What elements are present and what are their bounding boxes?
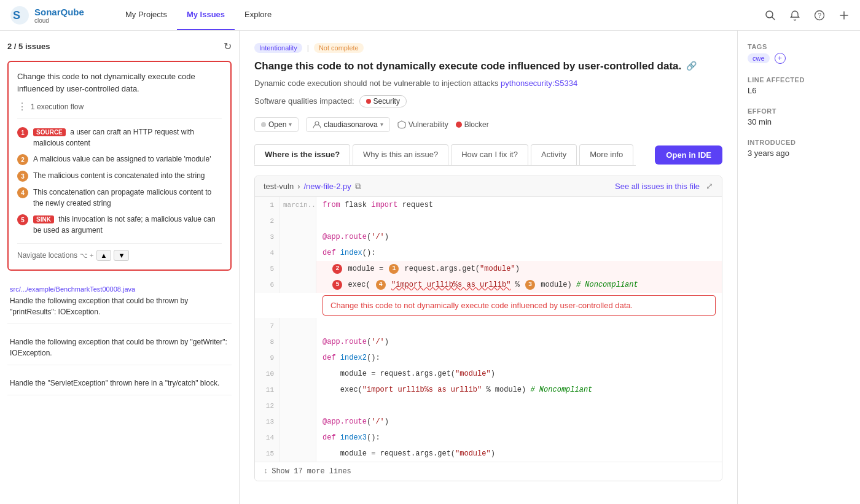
code-line-8: 8 @app.route('/') [255, 334, 722, 350]
code-line-9: 9 def index2(): [255, 350, 722, 366]
step-num-2: 2 [17, 154, 28, 165]
nav-down-btn[interactable]: ▼ [114, 250, 129, 261]
vulnerability-icon [397, 120, 406, 129]
line-author-2 [280, 213, 316, 229]
code-line-4: 4 def index(): [255, 245, 722, 261]
issue-description: Dynamic code execution should not be vul… [254, 79, 722, 88]
security-badge[interactable]: Security [359, 95, 407, 107]
expand-icon[interactable]: ⤢ [706, 181, 713, 191]
nav-my-projects[interactable]: My Projects [115, 0, 177, 30]
tags-section: Tags cwe + [748, 43, 850, 64]
tag-intentionality: Intentionality [254, 43, 302, 53]
step-num-4: 4 [17, 187, 28, 198]
line-code-10: module = request.args.get("module") [316, 366, 722, 382]
tag-separator: | [307, 44, 309, 52]
issue-main-title: Change this code to not dynamically exec… [254, 59, 722, 74]
line-code-9: def index2(): [316, 350, 722, 366]
help-icon[interactable]: ? [813, 9, 826, 21]
svg-text:S: S [13, 9, 20, 21]
open-ide-button[interactable]: Open in IDE [655, 145, 722, 165]
line-num-15: 15 [255, 446, 280, 462]
line-author-4 [280, 245, 316, 261]
logo-sub: cloud [34, 17, 84, 24]
link-icon[interactable]: 🔗 [686, 60, 697, 72]
svg-line-3 [772, 17, 775, 20]
nav-explore[interactable]: Explore [235, 0, 281, 30]
line-author-14 [280, 430, 316, 446]
nav-up-btn[interactable]: ▲ [96, 250, 112, 261]
issue-text-3: Handle the "ServletException" thrown her… [10, 378, 229, 389]
cwe-tag: cwe [748, 53, 770, 63]
code-line-6: 6 5 exec( 4 "import urllib%s as urllib" … [255, 277, 722, 293]
tab-where-is-issue[interactable]: Where is the issue? [254, 144, 350, 165]
step-text-2: A malicious value can be assigned to var… [33, 153, 211, 165]
file-name[interactable]: /new-file-2.py [303, 182, 351, 191]
status-chevron: ▾ [289, 121, 292, 128]
effort-section: Effort 30 min [748, 107, 850, 126]
line-author-7 [280, 318, 316, 334]
tabs-wrapper: Where is the issue? Why is this an issue… [254, 144, 722, 166]
code-panel: test-vuln › /new-file-2.py ⧉ See all iss… [254, 176, 722, 481]
header-right: ? [764, 9, 850, 21]
line-code-1: from flask import request [316, 197, 722, 213]
line-value: L6 [748, 86, 850, 95]
code-actions: See all issues in this file ⤢ [615, 181, 713, 191]
line-section: Line affected L6 [748, 76, 850, 95]
status-select[interactable]: Open ▾ [254, 117, 299, 132]
line-author-10 [280, 366, 316, 382]
tab-how-to-fix[interactable]: How can I fix it? [451, 144, 528, 165]
qualities-row: Software qualities impacted: Security [254, 95, 722, 107]
add-tag-button[interactable]: + [775, 53, 786, 64]
status-dot [261, 122, 266, 127]
assignee-icon [313, 120, 321, 129]
exec-dots[interactable]: ⋮ [17, 101, 27, 112]
step-text-4: This concatenation can propagate malicio… [33, 187, 222, 209]
logo: S SonarQube cloud [10, 6, 96, 25]
line-num-12: 12 [255, 398, 280, 414]
introduced-section: Introduced 3 years ago [748, 139, 850, 158]
line-code-8: @app.route('/') [316, 334, 722, 350]
effort-value: 30 min [748, 117, 850, 126]
tab-why-issue[interactable]: Why is this an issue? [353, 144, 448, 165]
other-issue-2[interactable]: Handle the following exception that coul… [7, 330, 232, 365]
sink-badge: SINK [33, 215, 54, 223]
flow-step-5: 5 SINK this invocation is not safe; a ma… [17, 214, 222, 236]
other-issue-3[interactable]: Handle the "ServletException" thrown her… [7, 371, 232, 395]
type-badge: Vulnerability [397, 120, 448, 129]
right-panel: Tags cwe + Line affected L6 Effort 30 mi… [737, 31, 860, 504]
logo-text: SonarQube cloud [34, 7, 84, 24]
other-issue-1[interactable]: src/.../example/BenchmarkTest00008.java … [7, 279, 232, 324]
line-num-2: 2 [255, 213, 280, 229]
code-line-10: 10 module = request.args.get("module") [255, 366, 722, 382]
assignee-field[interactable]: claudiasonarova ▾ [306, 117, 389, 132]
line-code-11: exec("import urllib%s as urllib" % modul… [316, 382, 722, 398]
line-author-5 [280, 261, 316, 277]
main-layout: 2 / 5 issues ↻ Change this code to not d… [0, 31, 860, 504]
copy-icon[interactable]: ⧉ [355, 181, 361, 192]
line-author-15 [280, 446, 316, 462]
introduced-value: 3 years ago [748, 149, 850, 158]
issue-tags-row: Intentionality | Not complete [254, 43, 722, 53]
nav-my-issues[interactable]: My Issues [177, 0, 235, 30]
add-icon[interactable] [838, 9, 850, 21]
refresh-icon[interactable]: ↻ [224, 41, 232, 52]
active-issue-title: Change this code to not dynamically exec… [17, 71, 222, 95]
inline-issue-message: Change this code to not dynamically exec… [322, 295, 716, 316]
code-line-13: 13 @app.route('/') [255, 414, 722, 430]
line-author-8 [280, 334, 316, 350]
line-num-10: 10 [255, 366, 280, 382]
line-code-5: 2 module = 1 request.args.get("module") [316, 261, 722, 277]
tab-activity[interactable]: Activity [531, 144, 577, 165]
bell-icon[interactable] [789, 9, 801, 21]
doc-link[interactable]: pythonsecurity:S5334 [501, 79, 577, 88]
search-icon[interactable] [764, 9, 776, 21]
tab-more-info[interactable]: More info [579, 144, 633, 165]
line-author-13 [280, 414, 316, 430]
see-issues-link[interactable]: See all issues in this file [615, 182, 700, 191]
show-more-icon: ↕ [264, 467, 268, 476]
file-breadcrumb: test-vuln › /new-file-2.py ⧉ [264, 181, 361, 192]
blocker-dot [456, 122, 462, 128]
show-more-lines[interactable]: ↕ Show 17 more lines [255, 462, 722, 481]
line-code-13: @app.route('/') [316, 414, 722, 430]
code-line-5: 5 2 module = 1 request.args.get("module"… [255, 261, 722, 277]
